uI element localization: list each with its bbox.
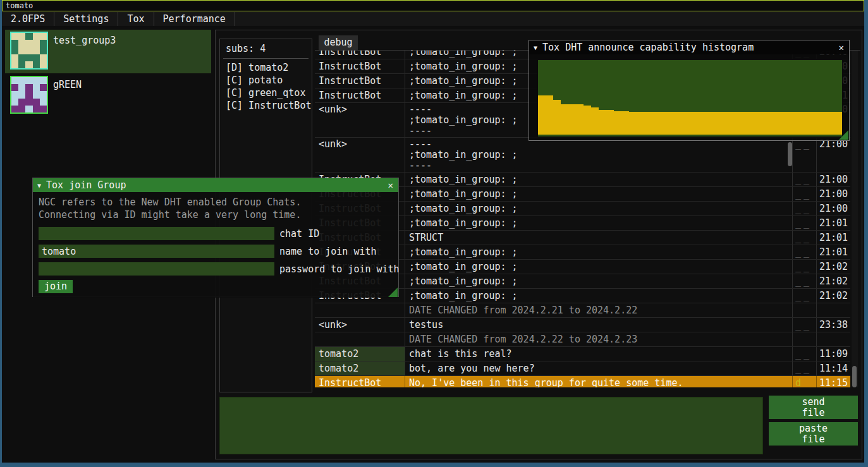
histogram-bin: [668, 112, 675, 135]
scrollbar-thumb[interactable]: [852, 366, 857, 387]
avatar-pixel: [40, 40, 47, 47]
delivery-mark: _: [804, 319, 812, 331]
delivery-mark: _: [795, 174, 804, 185]
avatar-pixel: [18, 84, 25, 91]
histogram-bin: [797, 112, 804, 135]
histogram-bin: [827, 112, 834, 135]
message-text: ;tomato_in_group: ;: [405, 274, 793, 288]
close-icon[interactable]: ✕: [388, 180, 393, 190]
subs-count: subs: 4: [220, 39, 312, 57]
histogram-bin: [683, 112, 690, 135]
resize-grip-icon[interactable]: [839, 130, 848, 140]
avatar-pixel: [11, 84, 18, 91]
histogram-bin: [568, 104, 576, 135]
collapse-arrow-icon[interactable]: ▼: [534, 44, 537, 51]
tab-debug[interactable]: debug: [319, 35, 358, 50]
member-item-potato[interactable]: [C] potato: [220, 74, 312, 87]
message-flags: [793, 303, 817, 317]
message-time: [817, 303, 850, 317]
avatar-pixel: [25, 106, 32, 112]
histogram-bin: [652, 112, 659, 135]
avatar-pixel: [33, 40, 40, 47]
contact-row-gREEN[interactable]: gREEN: [5, 74, 211, 118]
delivery-mark: _: [795, 188, 804, 200]
app-background: tomato 2.0FPSSettingsToxPerformance test…: [2, 0, 864, 463]
delivery-mark: _: [804, 377, 812, 387]
name-input[interactable]: [39, 245, 274, 258]
message-flags: __: [793, 289, 817, 303]
message-row[interactable]: InstructBotNo, I've been in this group f…: [315, 376, 850, 387]
inner-scrollbar-thumb[interactable]: [788, 142, 792, 166]
delivery-mark: _: [795, 276, 804, 287]
message-text: ;tomato_in_group: ;: [405, 260, 793, 274]
member-item-InstructBot[interactable]: [C] InstructBot: [220, 99, 312, 112]
histogram-bin: [751, 112, 759, 135]
date-separator-row[interactable]: DATE CHANGED from 2024.2.21 to 2024.2.22: [315, 303, 850, 318]
avatar-pixel: [33, 61, 40, 68]
message-text: ;tomato_in_group: ;: [405, 245, 793, 259]
message-text: ;tomato_in_group: ;: [405, 173, 793, 186]
histogram-bin: [766, 112, 774, 135]
avatar-pixel: [40, 91, 47, 98]
menu-item-settings[interactable]: Settings: [54, 12, 118, 26]
close-icon[interactable]: ✕: [839, 42, 844, 52]
histogram-bin: [743, 112, 751, 135]
message-flags: __: [793, 138, 817, 172]
join-field-row: password to join with: [39, 262, 398, 276]
message-row[interactable]: <unk>testus__23:38: [315, 318, 850, 332]
message-author: <unk>: [315, 318, 405, 332]
message-row[interactable]: <unk>---- ;tomato_in_group: ; ----__21:0…: [315, 138, 850, 173]
password-input[interactable]: [39, 262, 274, 276]
avatar-pixel: [25, 33, 32, 40]
paste-file-button[interactable]: paste file: [769, 422, 858, 446]
menu-item-performance[interactable]: Performance: [154, 12, 235, 26]
message-flags: __: [793, 318, 817, 332]
chat-id-input[interactable]: [39, 227, 274, 240]
collapse-arrow-icon[interactable]: ▼: [37, 182, 41, 189]
message-row[interactable]: tomato2chat is this real?__11:09: [315, 347, 850, 361]
delivery-mark: _: [804, 261, 812, 272]
message-input[interactable]: [219, 397, 763, 454]
join-dialog-body: NGC refers to the New DHT enabled Group …: [33, 192, 398, 298]
delivery-mark: _: [795, 261, 804, 272]
message-flags: __: [793, 274, 817, 288]
avatar-pixel: [25, 54, 32, 61]
send-file-button[interactable]: send file: [769, 396, 858, 419]
histogram-bin: [599, 110, 606, 135]
delivery-mark: _: [804, 217, 812, 229]
histogram-bin: [621, 111, 629, 135]
join-dialog-titlebar[interactable]: ▼ Tox join Group ✕: [33, 178, 398, 192]
message-author: [315, 303, 405, 317]
message-author: tomato2: [315, 347, 405, 361]
member-item-green_qtox[interactable]: [C] green_qtox: [220, 87, 312, 99]
join-button[interactable]: join: [39, 280, 73, 293]
histogram-bin: [546, 95, 553, 135]
resize-grip-icon[interactable]: [388, 288, 398, 297]
name-input-label: name to join with: [279, 246, 377, 257]
chat-scrollbar[interactable]: [852, 51, 858, 387]
message-author: InstructBot: [315, 88, 405, 102]
histogram-bin: [675, 112, 683, 135]
histogram-bin: [591, 107, 599, 135]
message-author: InstructBot: [315, 51, 405, 59]
message-text: DATE CHANGED from 2024.2.21 to 2024.2.22: [405, 303, 793, 317]
histogram-window: ▼ Tox DHT announce capability histogram …: [529, 40, 850, 141]
date-separator-row[interactable]: DATE CHANGED from 2024.2.22 to 2024.2.23: [315, 332, 850, 347]
menu-item-tox[interactable]: Tox: [118, 12, 153, 26]
avatar-pixel: [33, 91, 40, 98]
join-dialog-title: Tox join Group: [46, 179, 126, 191]
delivery-mark: _: [795, 290, 804, 301]
histogram-bin: [698, 112, 706, 135]
delivery-mark: _: [795, 319, 804, 331]
delivery-mark: _: [804, 363, 812, 374]
member-item-tomato2[interactable]: [D] tomato2: [220, 61, 312, 74]
histogram-titlebar[interactable]: ▼ Tox DHT announce capability histogram …: [529, 40, 849, 54]
message-row[interactable]: tomato2bot, are you new here?__11:14: [315, 361, 850, 376]
window-titlebar[interactable]: tomato: [2, 0, 864, 11]
histogram-bin: [759, 112, 766, 135]
contact-row-test_group3[interactable]: test_group3: [5, 30, 211, 73]
histogram-plot: [537, 59, 843, 137]
histogram-bin: [538, 95, 546, 135]
histogram-bin: [576, 104, 584, 135]
message-flags: __: [793, 202, 817, 215]
